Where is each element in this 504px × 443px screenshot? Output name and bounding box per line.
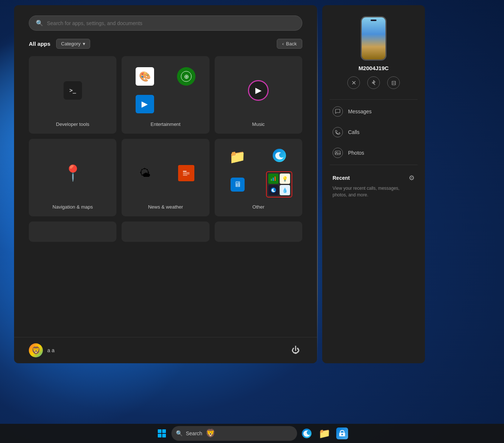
messages-icon (333, 106, 343, 117)
taskbar-center: 🔍 Search 🦁 📁 (154, 425, 350, 442)
svg-point-7 (273, 149, 286, 162)
folder-icon: 📁 (229, 149, 246, 165)
svg-rect-3 (183, 171, 187, 172)
phone-panel: M2004J19C ✕ ⊟ Messages Calls Photos Rece… (322, 5, 425, 363)
music-icon: ▶ (248, 80, 269, 101)
taskbar-edge-icon (302, 428, 312, 439)
top-controls: All apps Category ▾ ‹ Back (29, 39, 302, 49)
phone-disconnect-button[interactable]: ✕ (347, 76, 360, 89)
recent-description: View your recent calls, messages, photos… (330, 185, 418, 198)
recent-header: Recent ⚙ (330, 174, 418, 182)
app-tile-entertainment[interactable]: 🎨 ⊕ ▶ Entertainment (122, 56, 209, 134)
start-button[interactable] (154, 425, 170, 442)
mini-icon-4: 💧 (280, 185, 290, 195)
svg-rect-6 (183, 175, 187, 176)
win-pane-1 (158, 429, 161, 433)
app-tile-music[interactable]: ▶ Music (215, 56, 302, 134)
phone-bluetooth-button[interactable] (367, 76, 380, 89)
taskbar-search[interactable]: 🔍 Search 🦁 (171, 426, 297, 441)
win-pane-2 (162, 429, 166, 433)
other-icons: 📁 🖥 (218, 147, 299, 199)
nav-item-messages[interactable]: Messages (330, 101, 418, 122)
app-tile-developer-tools[interactable]: >_ Developer tools (29, 56, 116, 134)
app-tile-navigation[interactable]: 📍 Navigation & maps (29, 139, 116, 216)
taskbar-explorer-button[interactable]: 📁 (316, 425, 333, 442)
category-button[interactable]: Category ▾ (56, 39, 90, 49)
panel-separator (317, 5, 318, 363)
remote-desktop-icon: 🖥 (231, 178, 245, 192)
back-button[interactable]: ‹ Back (277, 39, 302, 49)
entertainment-label: Entertainment (151, 121, 181, 127)
bottom-tile-1 (29, 222, 116, 242)
power-button[interactable]: ⏻ (289, 344, 302, 357)
back-label: Back (286, 41, 297, 47)
svg-rect-8 (271, 179, 272, 181)
recent-settings-icon[interactable]: ⚙ (409, 174, 415, 182)
taskbar-lion-icon: 🦁 (205, 428, 215, 439)
start-menu: 🔍 All apps Category ▾ ‹ Back >_ Develope… (14, 5, 317, 363)
navigation-label: Navigation & maps (52, 204, 93, 210)
user-name: a a (47, 347, 54, 353)
mini-icon-2: 💡 (280, 174, 290, 184)
taskbar-edge-button[interactable] (299, 425, 315, 442)
chevron-down-icon: ▾ (83, 41, 85, 47)
other-label: Other (252, 204, 265, 210)
svg-rect-9 (273, 178, 274, 181)
taskbar-store-button[interactable] (334, 425, 350, 442)
bottom-tile-2 (122, 222, 209, 242)
phone-device-name: M2004J19C (358, 65, 389, 71)
nav-item-calls[interactable]: Calls (330, 122, 418, 142)
nav-item-photos[interactable]: Photos (330, 142, 418, 163)
calls-icon (333, 127, 343, 137)
news-weather-label: News & weather (148, 204, 183, 210)
news-icon (178, 165, 194, 181)
svg-rect-4 (183, 172, 190, 173)
app-tile-news-weather[interactable]: 🌤 News & weather (122, 139, 209, 216)
news-weather-icons: 🌤 (125, 147, 205, 199)
messages-label: Messages (348, 109, 372, 114)
user-area: 🦁 a a ⏻ (14, 337, 317, 363)
divider-1 (330, 99, 418, 100)
app-tile-other[interactable]: 📁 🖥 (215, 139, 302, 216)
phone-action-buttons: ✕ ⊟ (347, 76, 400, 89)
xbox-icon: ⊕ (177, 67, 195, 86)
divider-2 (330, 165, 418, 165)
photos-icon (333, 148, 343, 158)
developer-tools-label: Developer tools (56, 121, 89, 127)
music-icons: ▶ (218, 64, 299, 116)
all-apps-label: All apps (29, 41, 50, 47)
phone-more-button[interactable]: ⊟ (387, 76, 400, 89)
edge-icon (272, 148, 286, 165)
apps-grid: >_ Developer tools 🎨 ⊕ ▶ Entertainment ▶ (29, 56, 302, 216)
placeholder-icon (177, 95, 195, 113)
calls-label: Calls (348, 129, 360, 135)
user-avatar: 🦁 (29, 343, 43, 357)
taskbar-search-text: Search (186, 430, 202, 436)
entertainment-icons: 🎨 ⊕ ▶ (125, 64, 205, 116)
phone-screen (362, 17, 385, 59)
svg-rect-2 (182, 169, 191, 177)
top-left-controls: All apps Category ▾ (29, 39, 90, 49)
app-search-input[interactable] (47, 20, 295, 26)
mini-icon-3 (268, 185, 279, 195)
developer-tools-icons: >_ (33, 64, 113, 116)
phone-image (361, 16, 386, 61)
photos-label: Photos (348, 150, 364, 156)
search-icon: 🔍 (36, 20, 43, 27)
windows-logo (158, 429, 166, 437)
user-info[interactable]: 🦁 a a (29, 343, 54, 357)
movie-icon: ▶ (136, 95, 154, 113)
weather-icon: 🌤 (139, 167, 150, 179)
category-label: Category (61, 41, 81, 47)
music-label: Music (252, 121, 265, 127)
svg-rect-5 (183, 174, 190, 174)
back-chevron-icon: ‹ (282, 41, 284, 47)
avatar-emoji: 🦁 (31, 346, 41, 355)
phone-notch (371, 20, 377, 21)
taskbar: 🔍 Search 🦁 📁 (0, 424, 504, 443)
svg-rect-10 (275, 176, 276, 181)
app-search-bar[interactable]: 🔍 (29, 16, 302, 31)
svg-text:⊕: ⊕ (184, 73, 189, 80)
taskbar-folder-icon: 📁 (319, 428, 330, 439)
win-pane-3 (158, 434, 161, 437)
